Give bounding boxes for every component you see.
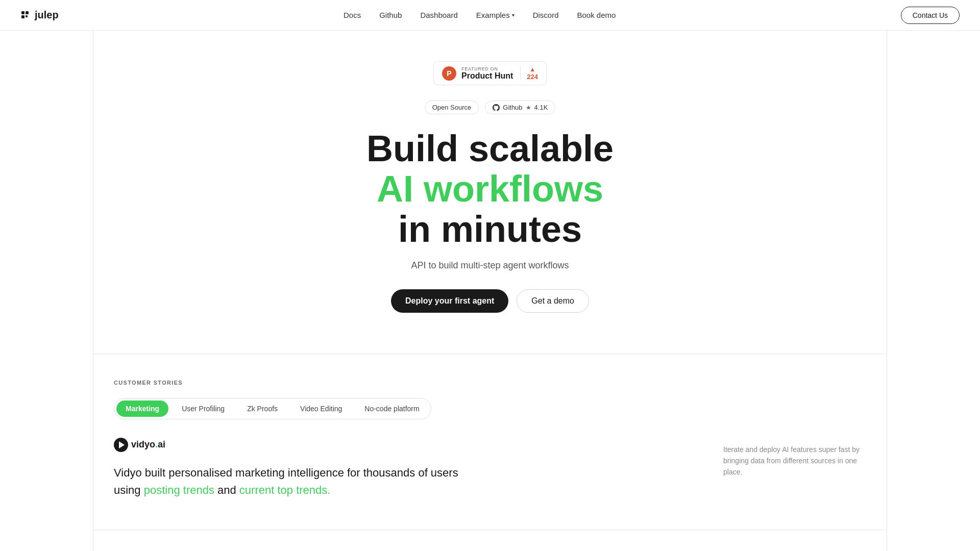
star-icon: ★	[526, 104, 531, 111]
navbar: julep Docs Github Dashboard Examples ▾ D…	[0, 0, 980, 31]
get-demo-button[interactable]: Get a demo	[517, 289, 589, 313]
ph-vote-count: 224	[527, 73, 538, 81]
open-source-tag[interactable]: Open Source	[425, 101, 479, 114]
tab-no-code-platform[interactable]: No-code platform	[355, 400, 428, 417]
chevron-down-icon: ▾	[512, 12, 514, 18]
story-link-current-trends[interactable]: current top trends.	[239, 484, 331, 496]
tab-video-editing[interactable]: Video Editing	[291, 400, 351, 417]
story-content: vidyo.ai Vidyo built personalised market…	[114, 438, 866, 499]
bottom-partial	[93, 530, 887, 551]
svg-rect-3	[26, 15, 28, 17]
ph-votes: ▲ 224	[520, 66, 538, 81]
hero-subtext: API to build multi-step agent workflows	[411, 260, 569, 271]
svg-rect-1	[26, 11, 29, 14]
company-logo: vidyo.ai	[114, 438, 693, 452]
section-label: CUSTOMER STORIES	[114, 380, 866, 386]
hero-heading: Build scalable AI workflows in minutes	[366, 129, 614, 250]
logo[interactable]: julep	[20, 9, 59, 21]
hero-heading-line1: Build scalable	[366, 129, 614, 169]
contact-us-button[interactable]: Contact Us	[901, 7, 960, 24]
main-content: P Featured on Product Hunt ▲ 224 Open So…	[0, 0, 980, 551]
nav-github[interactable]: Github	[379, 11, 402, 19]
nav-book-demo[interactable]: Book demo	[577, 11, 616, 19]
story-side: Iterate and deploy AI features super fas…	[723, 438, 866, 478]
github-stars: 4.1K	[534, 104, 548, 111]
github-tag[interactable]: Github ★ 4.1K	[485, 101, 555, 114]
story-link-posting-trends[interactable]: posting trends	[144, 484, 214, 496]
company-name: vidyo.ai	[131, 439, 165, 450]
logo-icon	[20, 10, 31, 20]
nav-docs[interactable]: Docs	[344, 11, 361, 19]
ph-icon: P	[442, 66, 456, 81]
tab-user-profiling[interactable]: User Profiling	[173, 400, 234, 417]
hero-section: P Featured on Product Hunt ▲ 224 Open So…	[93, 31, 887, 354]
github-icon	[493, 104, 500, 111]
vidyo-dot: .	[155, 439, 158, 449]
story-text-middle: and	[214, 484, 239, 496]
tab-marketing[interactable]: Marketing	[116, 400, 168, 417]
product-hunt-badge[interactable]: P Featured on Product Hunt ▲ 224	[433, 61, 547, 85]
play-triangle-icon	[119, 441, 125, 448]
ph-name: Product Hunt	[461, 71, 513, 81]
vidyo-play-icon	[114, 438, 128, 452]
story-tabs: Marketing User Profiling Zk Proofs Video…	[114, 398, 431, 419]
story-main: vidyo.ai Vidyo built personalised market…	[114, 438, 693, 499]
ph-arrow-icon: ▲	[529, 66, 535, 73]
svg-rect-2	[21, 15, 24, 18]
logo-text: julep	[35, 9, 59, 21]
tags-row: Open Source Github ★ 4.1K	[425, 101, 556, 114]
hero-heading-line2: AI workflows	[366, 169, 614, 209]
tab-zk-proofs[interactable]: Zk Proofs	[238, 400, 287, 417]
story-side-text: Iterate and deploy AI features super fas…	[723, 444, 866, 478]
nav-discord[interactable]: Discord	[533, 11, 559, 19]
customer-stories-section: CUSTOMER STORIES Marketing User Profilin…	[93, 354, 887, 530]
nav-links: Docs Github Dashboard Examples ▾ Discord…	[344, 11, 616, 19]
hero-heading-line3: in minutes	[366, 209, 614, 249]
nav-examples[interactable]: Examples ▾	[476, 11, 514, 19]
svg-rect-0	[21, 11, 24, 14]
ph-featured-label: Featured on	[461, 66, 498, 71]
open-source-label: Open Source	[432, 104, 472, 111]
github-label: Github	[503, 104, 522, 111]
story-text: Vidyo built personalised marketing intel…	[114, 464, 471, 499]
deploy-agent-button[interactable]: Deploy your first agent	[391, 289, 508, 313]
cta-buttons: Deploy your first agent Get a demo	[391, 289, 589, 313]
ph-text: Featured on Product Hunt	[461, 66, 513, 81]
nav-dashboard[interactable]: Dashboard	[420, 11, 457, 19]
